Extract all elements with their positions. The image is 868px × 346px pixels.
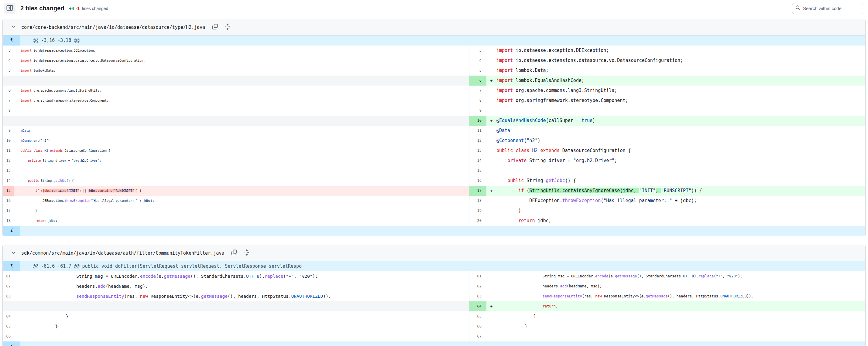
line-number[interactable]: 17 — [3, 206, 14, 216]
line-number[interactable]: 64 — [3, 311, 14, 321]
line-number[interactable]: 63 — [469, 291, 487, 301]
diff-line-ctx: 8import org.springframework.stereotype.C… — [469, 96, 865, 106]
diff-sign — [487, 56, 496, 66]
line-number[interactable]: 13 — [3, 166, 14, 176]
line-number[interactable]: 67 — [469, 332, 487, 341]
line-number[interactable]: 18 — [3, 216, 14, 226]
line-number[interactable]: 9 — [3, 126, 14, 136]
line-number[interactable]: 12 — [3, 156, 14, 166]
diff-sign — [487, 216, 496, 226]
line-number[interactable]: 8 — [3, 106, 14, 116]
additions-count: +4 — [69, 6, 74, 11]
diff-line-ctx: 66 — [3, 332, 469, 341]
diff-row: 14 public String getJdbc() {16 public St… — [3, 176, 865, 186]
code-line: import org.springframework.stereotype.Co… — [496, 96, 865, 106]
copy-path-button[interactable] — [212, 23, 218, 31]
diff-line-ctx: 20 return jdbc; — [469, 216, 865, 226]
line-number[interactable]: 20 — [469, 216, 487, 226]
line-number[interactable]: 66 — [469, 321, 487, 332]
diff-row: 12 private String driver = "org.h2.Drive… — [3, 156, 865, 166]
line-number[interactable]: 62 — [469, 281, 487, 291]
sidebar-toggle-button[interactable] — [4, 3, 16, 14]
diff-sign — [14, 66, 21, 76]
expand-file-button[interactable] — [244, 249, 249, 257]
line-number[interactable]: 11 — [3, 146, 14, 156]
line-number[interactable]: 16 — [3, 196, 14, 206]
expand-down-bar — [3, 341, 865, 346]
file-list: core/core-backend/src/main/java/io/datae… — [0, 19, 868, 346]
line-number[interactable]: 5 — [469, 66, 487, 76]
diff-sign — [487, 176, 496, 186]
hunk-row: @@ -3,16 +3,18 @@ — [3, 36, 865, 45]
line-number[interactable]: 17 — [469, 186, 487, 196]
line-number[interactable]: 10 — [3, 136, 14, 146]
diff-sign: + — [487, 116, 496, 126]
expand-down-button[interactable] — [3, 226, 20, 236]
code-line: public String getJdbc() { — [21, 176, 469, 186]
expand-up-button[interactable] — [3, 36, 20, 45]
code-line — [496, 166, 865, 176]
line-number[interactable]: 4 — [469, 56, 487, 66]
line-number[interactable]: 3 — [469, 45, 487, 56]
line-number[interactable]: 65 — [3, 321, 14, 332]
expand-up-icon — [9, 38, 14, 43]
search-icon — [796, 5, 801, 11]
line-number[interactable]: 64 — [469, 301, 487, 311]
line-number[interactable]: 14 — [469, 156, 487, 166]
diff-sign — [14, 96, 21, 106]
code-line: DEException.throwException("Has illegal … — [496, 196, 865, 206]
line-number[interactable]: 8 — [469, 96, 487, 106]
diff-sign — [487, 321, 496, 332]
code-line: if (StringUtils.containsAnyIgnoreCase(jd… — [496, 186, 865, 196]
diff-sign — [14, 176, 21, 186]
line-number[interactable]: 61 — [3, 271, 14, 281]
line-number[interactable]: 7 — [469, 85, 487, 96]
line-number[interactable]: 10 — [469, 116, 487, 126]
diff-sign — [14, 106, 21, 116]
diff-sign — [14, 321, 21, 332]
diff-line-ctx: 13public class H2 extends DatasourceConf… — [469, 146, 865, 156]
collapse-file-button[interactable] — [11, 25, 16, 30]
collapse-file-button[interactable] — [11, 250, 16, 256]
line-number[interactable]: 11 — [469, 126, 487, 136]
line-number[interactable]: 61 — [469, 271, 487, 281]
line-number[interactable]: 16 — [469, 176, 487, 186]
code-line — [21, 166, 469, 176]
line-number[interactable]: 6 — [3, 85, 14, 96]
line-number[interactable]: 5 — [3, 66, 14, 76]
diff-row: 61 String msg = URLEncoder.encode(e.getM… — [3, 271, 865, 281]
file-header: sdk/common/src/main/java/io/dataease/aut… — [3, 245, 865, 261]
line-number[interactable]: 19 — [469, 206, 487, 216]
line-number[interactable]: 15 — [469, 166, 487, 176]
diff-sign — [487, 311, 496, 321]
expand-down-icon — [9, 344, 14, 346]
diff-sign — [14, 56, 21, 66]
line-number[interactable]: 7 — [3, 96, 14, 106]
code-search-box[interactable] — [792, 3, 864, 14]
line-number[interactable]: 18 — [469, 196, 487, 206]
code-line: import io.dataease.exception.DEException… — [21, 45, 469, 56]
line-number[interactable]: 13 — [469, 146, 487, 156]
line-number[interactable]: 6 — [469, 76, 487, 85]
search-input[interactable] — [803, 6, 863, 11]
line-number[interactable]: 15 — [3, 186, 14, 196]
line-number[interactable]: 9 — [469, 106, 487, 116]
diff-row: 18 return jdbc;20 return jdbc; — [3, 216, 865, 226]
diff-row: 89 — [3, 106, 865, 116]
diff-line-ctx: 63 sendResponseEntity(res, new ResponseE… — [469, 291, 865, 301]
line-number[interactable]: 66 — [3, 332, 14, 341]
expand-up-button[interactable] — [3, 261, 20, 271]
expand-down-button[interactable] — [3, 341, 20, 346]
diff-row: 6667 — [3, 332, 865, 341]
expand-file-button[interactable] — [225, 23, 230, 31]
line-number[interactable]: 62 — [3, 281, 14, 291]
line-number[interactable]: 14 — [3, 176, 14, 186]
line-number[interactable]: 65 — [469, 311, 487, 321]
line-number[interactable]: 4 — [3, 56, 14, 66]
diff-sign — [487, 85, 496, 96]
line-number[interactable]: 63 — [3, 291, 14, 301]
copy-path-button[interactable] — [231, 249, 238, 257]
diff-line-ctx: 9 — [469, 106, 865, 116]
line-number[interactable]: 12 — [469, 136, 487, 146]
line-number[interactable]: 3 — [3, 45, 14, 56]
